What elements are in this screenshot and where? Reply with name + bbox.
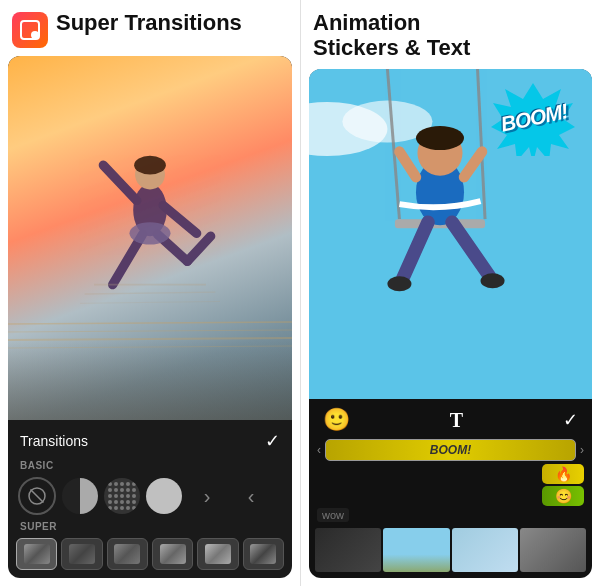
svg-point-51 (416, 126, 464, 150)
svg-line-3 (103, 165, 137, 200)
basic-section-label: BASIC (8, 460, 292, 475)
smile-sticker[interactable]: 😊 (542, 486, 584, 506)
right-panel: Animation Stickers & Text (300, 0, 600, 586)
svg-point-8 (129, 222, 170, 244)
svg-point-31 (126, 494, 130, 498)
svg-point-20 (120, 482, 124, 486)
speed-lines (8, 316, 292, 360)
dots-transition-btn[interactable] (104, 478, 140, 514)
svg-line-11 (80, 301, 220, 303)
white-circle-btn[interactable] (146, 478, 182, 514)
super-btn-row (8, 536, 292, 574)
swing-scene: BOOM! (309, 69, 592, 399)
super-btn-3-inner (114, 544, 140, 564)
left-video (8, 56, 292, 420)
svg-line-15 (8, 346, 292, 348)
svg-point-24 (114, 488, 118, 492)
boom-track-pill[interactable]: BOOM! (325, 439, 576, 461)
svg-point-21 (126, 482, 130, 486)
svg-point-33 (108, 500, 112, 504)
app-container: Super Transitions (0, 0, 600, 586)
svg-point-36 (126, 500, 130, 504)
left-header: Super Transitions (0, 0, 300, 56)
svg-point-41 (126, 506, 130, 510)
svg-line-10 (85, 292, 216, 294)
svg-point-18 (108, 482, 112, 486)
svg-point-29 (114, 494, 118, 498)
svg-line-7 (187, 236, 210, 261)
svg-point-26 (126, 488, 130, 492)
super-btn-5[interactable] (197, 538, 238, 570)
svg-point-32 (132, 494, 136, 498)
left-title: Super Transitions (56, 10, 242, 35)
boom-track-row: ‹ BOOM! › (317, 439, 584, 461)
super-btn-5-inner (205, 544, 231, 564)
filmstrip (309, 526, 592, 574)
boom-sticker: BOOM! (491, 81, 576, 156)
svg-point-22 (132, 482, 136, 486)
no-transition-btn[interactable] (18, 477, 56, 515)
basic-icon-row: › ‹ (8, 475, 292, 521)
smile-sticker-row: 😊 (317, 486, 584, 506)
svg-point-37 (132, 500, 136, 504)
sticker-timeline: ‹ BOOM! › 🔥 😊 wow (309, 437, 592, 526)
next-btn[interactable]: › (188, 477, 226, 515)
transitions-bar: Transitions ✓ (8, 426, 292, 460)
svg-point-25 (120, 488, 124, 492)
left-video-wrapper: Transitions ✓ BASIC (8, 56, 292, 578)
left-panel: Super Transitions (0, 0, 300, 586)
svg-line-17 (31, 490, 44, 503)
svg-line-13 (8, 330, 292, 332)
super-btn-3[interactable] (107, 538, 148, 570)
right-video-wrapper: BOOM! 🙂 T ✓ ‹ (309, 69, 592, 578)
boom-burst-container: BOOM! (491, 81, 576, 156)
svg-point-35 (120, 500, 124, 504)
emoji-btn[interactable]: 🙂 (323, 407, 350, 433)
super-section-label: SUPER (8, 521, 292, 536)
video-background (8, 56, 292, 420)
super-btn-6[interactable] (243, 538, 284, 570)
film-frame-2 (383, 528, 449, 572)
boom-track-right-arrow: › (580, 443, 584, 457)
app-logo (12, 12, 48, 48)
super-btn-4[interactable] (152, 538, 193, 570)
wow-label-row: wow (317, 508, 584, 522)
svg-point-34 (114, 500, 118, 504)
right-title: Animation Stickers & Text (313, 10, 588, 61)
transitions-check-icon[interactable]: ✓ (265, 430, 280, 452)
svg-point-54 (387, 276, 411, 291)
svg-line-12 (8, 322, 292, 324)
svg-point-55 (481, 273, 505, 288)
svg-point-30 (120, 494, 124, 498)
svg-point-40 (120, 506, 124, 510)
text-tool-btn[interactable]: T (450, 409, 463, 432)
prev-btn[interactable]: ‹ (232, 477, 270, 515)
right-controls: 🙂 T ✓ ‹ BOOM! › 🔥 (309, 399, 592, 578)
half-transition-btn[interactable] (62, 478, 98, 514)
super-btn-1-inner (24, 544, 50, 564)
svg-line-14 (8, 338, 292, 340)
super-btn-4-inner (160, 544, 186, 564)
right-check-btn[interactable]: ✓ (563, 409, 578, 431)
svg-point-38 (108, 506, 112, 510)
super-btn-6-inner (250, 544, 276, 564)
fire-sticker-row: 🔥 (317, 464, 584, 484)
svg-point-28 (108, 494, 112, 498)
fire-sticker[interactable]: 🔥 (542, 464, 584, 484)
film-frame-1 (315, 528, 381, 572)
film-frame-3 (452, 528, 518, 572)
film-frame-2-bg (383, 528, 449, 572)
svg-point-39 (114, 506, 118, 510)
super-btn-2[interactable] (61, 538, 102, 570)
boom-track-left-arrow: ‹ (317, 443, 321, 457)
svg-point-19 (114, 482, 118, 486)
super-btn-2-inner (69, 544, 95, 564)
super-btn-1[interactable] (16, 538, 57, 570)
left-controls: Transitions ✓ BASIC (8, 420, 292, 578)
right-video-background: BOOM! (309, 69, 592, 399)
right-video: BOOM! (309, 69, 592, 399)
film-frame-4 (520, 528, 586, 572)
svg-point-42 (132, 506, 136, 510)
logo-icon (20, 20, 40, 40)
right-header: Animation Stickers & Text (301, 0, 600, 69)
